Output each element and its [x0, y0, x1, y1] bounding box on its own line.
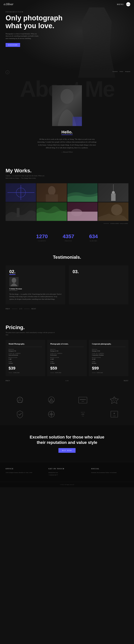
- pricing-price-2: $59: [50, 366, 84, 371]
- testimonial-text-1: The line design — is a quality of life. …: [9, 293, 61, 300]
- svg-point-31: [113, 399, 115, 401]
- client-logo-cross: [44, 409, 59, 420]
- buy-now-button[interactable]: BUY NOW: [58, 448, 76, 453]
- testimonial-number-1: 02.: [9, 269, 16, 275]
- pricing-card-title-3: Corporate photography.: [92, 343, 125, 345]
- about-section: About Me Hello. All that we do is work o…: [0, 78, 134, 160]
- pricing-time-value-3: 60 Days: [92, 362, 125, 364]
- work-item[interactable]: [98, 183, 128, 202]
- footer-contact-phone: +1 (022) 02 40 77: [48, 474, 86, 476]
- footer-contact: GET IN TOUCH info@eoliver.com +1 (022) 0…: [48, 468, 86, 476]
- work-item[interactable]: [6, 202, 36, 221]
- stat-albums: 634 ALBUMS: [89, 234, 98, 242]
- svg-point-0: [60, 89, 74, 104]
- works-description: A photo — is a search for what can get i…: [6, 175, 46, 180]
- svg-text:COMPANY: COMPANY: [81, 401, 84, 402]
- testimonial-prev-button[interactable]: PREV: [6, 308, 10, 310]
- pricing-card-title-1: Model Photography.: [9, 343, 42, 345]
- svg-point-6: [48, 186, 55, 195]
- svg-point-20: [111, 204, 122, 215]
- stat-photos-label: PHOTOS: [63, 240, 74, 242]
- discover-button[interactable]: DISCOVER: [6, 43, 20, 47]
- svg-text:D: D: [113, 412, 115, 414]
- work-item[interactable]: [6, 183, 36, 202]
- explore-label: EXPLORE GALLERY: [111, 223, 128, 224]
- pricing-prev-button[interactable]: PREV: [6, 380, 10, 382]
- testimonial-name-1: Cristian Newman: [9, 288, 61, 290]
- pricing-time-label-3: TIME: [92, 361, 125, 362]
- stat-albums-label: ALBUMS: [89, 240, 98, 242]
- explore-gallery[interactable]: EXPLORE GALLERY: [6, 223, 128, 224]
- pricing-time-label-2: TIME: [50, 361, 84, 362]
- stats-section: 1270 CLIENTS 4357 PHOTOS 634 ALBUMS: [0, 228, 134, 247]
- stat-clients-label: CLIENTS: [36, 240, 48, 242]
- logo: e.Oliver: [4, 2, 13, 6]
- client-logo-dorian: D DORIAN: [107, 409, 122, 420]
- pricing-description: The photo leaves open moments, which imm…: [6, 332, 58, 336]
- pricing-cards: Model Photography. PHOTOS Package of 50 …: [6, 340, 128, 376]
- stat-clients-number: 1270: [36, 234, 48, 240]
- svg-rect-7: [46, 194, 58, 202]
- menu-button[interactable]: [126, 2, 130, 6]
- hero-arrow[interactable]: [6, 70, 9, 74]
- pricing-photos-value-1: Package of 50: [9, 350, 42, 352]
- client-logo-shield: [13, 409, 27, 420]
- testimonials-section: Testimonials. 02. Cristian Newman Free F…: [0, 247, 134, 317]
- hero-tag: INTRODUCTION: [6, 11, 62, 13]
- works-title: My Works.: [6, 168, 128, 174]
- svg-point-23: [17, 397, 23, 403]
- hero-title: Only photograph what you love.: [6, 14, 62, 30]
- pricing-explore-btn-3[interactable]: EXPLORE: [97, 372, 103, 373]
- svg-rect-28: [79, 397, 87, 403]
- pricing-type-label-3: TYPE OF CAMERA: [92, 353, 125, 354]
- svg-point-18: [71, 209, 82, 216]
- client-logo-eagle: [107, 394, 122, 406]
- stat-albums-number: 634: [89, 234, 98, 240]
- client-logo-mountain: Mountain: [44, 394, 59, 406]
- footer: OFFICE 1165 Lexington Avenue, Brooklyn, …: [0, 462, 134, 482]
- works-grid: [6, 183, 128, 221]
- svg-text:Things: Things: [82, 416, 84, 416]
- work-item[interactable]: [67, 202, 98, 221]
- pricing-photos-label-3: PHOTOS: [92, 349, 125, 350]
- client-logo-coffee: coffee ROASTERS: [13, 394, 27, 406]
- social-facebook[interactable]: Facebook: [113, 71, 118, 72]
- work-item[interactable]: [36, 202, 67, 221]
- testimonial-card-1: 02. Cristian Newman Free Freelancer The …: [6, 266, 65, 304]
- work-item[interactable]: [67, 183, 98, 202]
- pricing-card-3: Corporate photography. PHOTOS Package of…: [89, 340, 128, 376]
- svg-text:ROASTERS: ROASTERS: [18, 400, 22, 401]
- testimonial-role-1: Free Freelancer: [9, 290, 61, 291]
- testimonial-next-button[interactable]: NEXT: [31, 308, 36, 310]
- testimonial-nav: PREV 2 / 5 NEXT: [6, 308, 128, 310]
- about-quote: — Edward Oliver: [61, 151, 73, 153]
- testimonial-number-2: 03.: [73, 269, 125, 274]
- menu-label: MENU: [117, 3, 124, 5]
- pricing-card-1: Model Photography. PHOTOS Package of 50 …: [6, 340, 45, 376]
- pricing-next-button[interactable]: NEXT: [124, 380, 128, 382]
- svg-text:JEFFERSON: JEFFERSON: [80, 399, 86, 400]
- pricing-explore-btn-1[interactable]: EXPLORE: [13, 372, 20, 373]
- pricing-card-2: Photography of events. PHOTOS Package of…: [47, 340, 87, 376]
- svg-text:ENJOY THE: ENJOY THE: [81, 412, 85, 413]
- social-twitter[interactable]: Twitter: [119, 71, 123, 72]
- about-text: All that we do is work on the style of l…: [37, 138, 97, 149]
- footer-office: OFFICE 1165 Lexington Avenue, Brooklyn, …: [6, 468, 43, 476]
- social-instagram[interactable]: Instagram: [125, 71, 130, 72]
- pricing-price-3: $99: [92, 366, 125, 371]
- pricing-res-label-2: RESOLUTION: [50, 357, 84, 358]
- main-nav: e.Oliver MENU: [0, 0, 134, 8]
- work-item[interactable]: [36, 183, 67, 202]
- pricing-explore-btn-2[interactable]: EXPLORE: [55, 372, 61, 373]
- pricing-res-value-1: 5 MP: [9, 358, 42, 360]
- pricing-type-label-2: TYPE OF CAMERA: [50, 353, 84, 354]
- footer-social: SOCIAL Facebook: fb.ru/yourname Twitter:…: [91, 468, 128, 476]
- pricing-res-label-1: RESOLUTION: [9, 357, 42, 358]
- pricing-title: Pricing.: [6, 324, 128, 330]
- svg-rect-12: [111, 194, 116, 201]
- pricing-type-value-2: Professional: [50, 354, 84, 356]
- pricing-time-label-1: TIME: [9, 361, 42, 362]
- svg-text:Mountain: Mountain: [50, 403, 53, 404]
- svg-text:Little: Little: [81, 413, 84, 415]
- work-item[interactable]: [98, 202, 128, 221]
